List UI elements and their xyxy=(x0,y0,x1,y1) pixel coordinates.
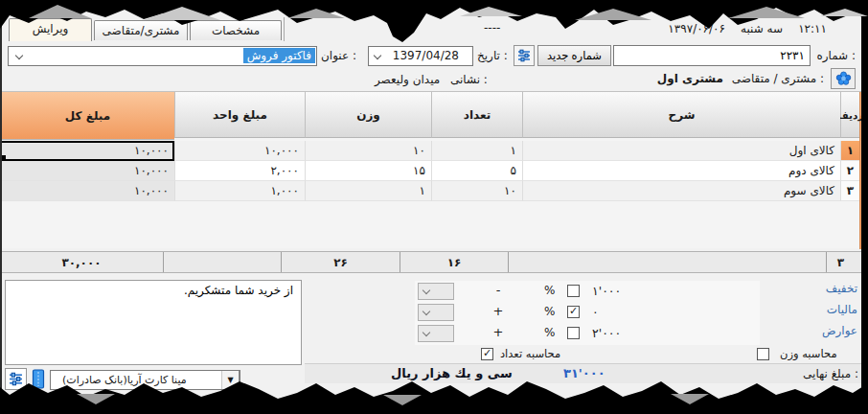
cell-desc-value: کالای اول xyxy=(789,144,834,157)
row-header[interactable]: ۱ xyxy=(840,141,859,161)
column-header-qty-label: تعداد xyxy=(464,108,491,122)
row-header[interactable]: ۳ xyxy=(840,181,859,201)
column-header-row[interactable]: ردیف xyxy=(840,92,859,138)
row-header[interactable]: ۲ xyxy=(840,161,859,181)
column-header-unit[interactable]: مبلغ واحد xyxy=(174,92,305,138)
cell-desc-value: کالای دوم xyxy=(788,164,834,177)
customer-label: مشتری / متقاضی : xyxy=(732,72,824,85)
calc-weight-label: محاسبه وزن xyxy=(780,347,837,360)
cell-weight[interactable]: ۱ xyxy=(305,181,431,201)
customer-picker-button[interactable] xyxy=(831,68,856,89)
address-label: نشانی : xyxy=(450,73,488,86)
column-header-total[interactable]: مبلغ کل xyxy=(0,92,174,140)
cell-total[interactable]: ۱۰,۰۰۰ xyxy=(0,181,174,201)
totals-total: ۳۰,۰۰۰ xyxy=(0,252,163,272)
invoice-type-value: فاکتور فروش xyxy=(243,48,315,63)
cell-total[interactable]: ۱۰,۰۰۰ xyxy=(0,161,174,181)
sliders-icon xyxy=(517,49,531,62)
chevron-down-icon xyxy=(374,52,381,59)
duties-mode-combobox[interactable] xyxy=(418,325,454,342)
totals-unit-empty xyxy=(163,252,281,272)
cell-weight[interactable]: ۱۵ xyxy=(305,161,431,181)
window-left-edge xyxy=(0,13,2,397)
duties-value[interactable]: ۲'۰۰۰ xyxy=(592,326,621,340)
chevron-down-icon xyxy=(423,308,430,315)
tax-checkbox[interactable] xyxy=(567,306,580,318)
column-header-desc-label: شرح xyxy=(669,108,696,122)
invoice-type-combobox[interactable]: فاکتور فروش xyxy=(8,46,317,66)
cell-desc-value: کالای سوم xyxy=(784,184,834,197)
column-header-total-label: مبلغ کل xyxy=(65,109,110,123)
column-header-weight[interactable]: وزن xyxy=(305,92,431,138)
new-number-label: شماره جدید xyxy=(547,50,602,61)
totals-row-count-value: ۳ xyxy=(837,256,844,269)
row-number: ۱ xyxy=(847,144,854,157)
torn-top-edge xyxy=(0,0,868,48)
duties-checkbox[interactable] xyxy=(567,327,580,339)
tax-row: مالیات ۰ % + xyxy=(0,303,868,324)
duties-row: عوارض ۲'۰۰۰ % + xyxy=(0,324,868,345)
totals-bar: ۳۰,۰۰۰ ۲۶ ۱۶ ۳ xyxy=(0,251,868,273)
cell-weight-value: ۱۵ xyxy=(413,164,425,177)
chevron-down-icon xyxy=(423,329,430,336)
column-header-desc[interactable]: شرح xyxy=(522,92,840,138)
items-grid: ردیف شرح تعداد وزن مبلغ واحد مبلغ کل ۱ ک… xyxy=(0,91,868,248)
cell-unit[interactable]: ۲,۰۰۰ xyxy=(174,161,305,181)
duties-percent-symbol: % xyxy=(544,326,555,339)
torn-bottom-edge xyxy=(0,376,868,414)
tax-value[interactable]: ۰ xyxy=(592,305,599,319)
totals-weight: ۲۶ xyxy=(281,252,400,272)
cell-total-value: ۱۰,۰۰۰ xyxy=(134,184,169,197)
invoice-app-window: ۱۲:۱۱ سه شنبه ۱۳۹۷/۰۶/۰۶ ---- ویرایش مشت… xyxy=(0,0,868,414)
column-header-qty[interactable]: تعداد xyxy=(431,92,522,138)
row-number: ۲ xyxy=(847,164,854,177)
cell-desc[interactable]: کالای سوم xyxy=(522,181,840,201)
tax-percent-symbol: % xyxy=(544,305,555,318)
discount-label: تخفیف xyxy=(826,282,857,295)
totals-weight-value: ۲۶ xyxy=(333,256,348,269)
cell-qty[interactable]: ۱۰ xyxy=(431,181,522,201)
column-header-row-label: ردیف xyxy=(837,109,864,121)
cell-weight-value: ۱۰ xyxy=(413,144,425,157)
tax-sign: + xyxy=(491,304,506,318)
title-label: عنوان : xyxy=(321,49,356,62)
totals-total-value: ۳۰,۰۰۰ xyxy=(61,256,101,269)
number-input[interactable] xyxy=(613,45,811,66)
tax-label: مالیات xyxy=(827,303,857,316)
number-label: شماره : xyxy=(816,49,856,62)
totals-qty-value: ۱۶ xyxy=(447,256,462,269)
cell-qty[interactable]: ۱ xyxy=(431,141,522,161)
row-number: ۳ xyxy=(847,184,854,197)
window-right-edge xyxy=(861,0,868,414)
cell-total-current[interactable]: ۱۰,۰۰۰ xyxy=(0,141,174,161)
date-value: 1397/04/28 xyxy=(393,49,459,62)
tax-mode-combobox[interactable] xyxy=(418,304,454,321)
cell-unit-value: ۱۰,۰۰۰ xyxy=(264,144,299,157)
cell-desc[interactable]: کالای اول xyxy=(522,141,840,161)
cell-unit[interactable]: ۱,۰۰۰ xyxy=(174,181,305,201)
discount-checkbox[interactable] xyxy=(567,285,580,297)
calc-qty-label: محاسبه تعداد xyxy=(500,347,560,360)
calc-qty-checkbox[interactable] xyxy=(481,348,493,360)
cell-unit-value: ۱,۰۰۰ xyxy=(270,184,299,197)
discount-mode-combobox[interactable] xyxy=(418,283,454,300)
totals-qty: ۱۶ xyxy=(400,252,508,272)
date-picker[interactable]: 1397/04/28 xyxy=(368,46,473,66)
column-header-unit-label: مبلغ واحد xyxy=(213,108,267,122)
cell-qty[interactable]: ۵ xyxy=(431,161,522,181)
cell-desc[interactable]: کالای دوم xyxy=(522,161,840,181)
calc-weight-checkbox[interactable] xyxy=(757,348,769,360)
cell-qty-value: ۱ xyxy=(511,144,516,157)
number-settings-button[interactable] xyxy=(514,45,535,66)
new-number-button[interactable]: شماره جدید xyxy=(537,45,611,66)
cell-weight[interactable]: ۱۰ xyxy=(305,141,431,161)
duties-sign: + xyxy=(491,325,506,339)
totals-desc-empty xyxy=(508,252,826,272)
cell-weight-value: ۱ xyxy=(420,184,425,197)
cell-unit-value: ۲,۰۰۰ xyxy=(270,164,299,177)
chevron-down-icon xyxy=(423,287,430,294)
date-label: تاریخ : xyxy=(477,49,508,62)
chevron-down-icon xyxy=(15,52,23,59)
discount-value[interactable]: ۱'۰۰۰ xyxy=(592,284,621,298)
cell-unit[interactable]: ۱۰,۰۰۰ xyxy=(174,141,305,161)
